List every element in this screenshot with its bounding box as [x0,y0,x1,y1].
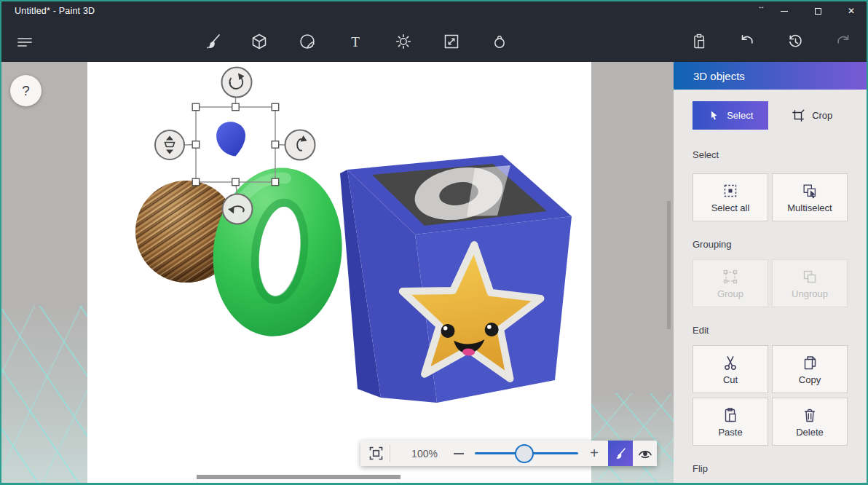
paste-label: Paste [718,427,742,438]
zoom-in-button[interactable]: + [587,446,601,461]
select-all-icon [722,182,739,200]
sun-icon [394,32,413,51]
horizontal-scrollbar[interactable] [197,475,401,479]
mode-row: Select Crop [693,101,849,130]
zoom-toolbar: 100% + [360,441,657,466]
push-depth-handle[interactable] [155,130,184,159]
select-mode-label: Select [727,110,753,121]
minus-icon [454,453,464,454]
side-panel: 3D objects Select Crop [674,62,868,485]
brush-icon [613,446,628,461]
crop-mode-label: Crop [812,110,832,121]
crop-icon [791,109,805,123]
maximize-icon [815,8,821,15]
paste-button[interactable] [687,29,711,54]
delete-label: Delete [796,427,824,438]
rotate-x-handle[interactable] [223,194,253,224]
3d-shapes-tool-button[interactable] [247,29,272,54]
vertical-scrollbar[interactable] [667,201,671,329]
paste-button-panel[interactable]: Paste [693,398,768,446]
rotate-y-handle[interactable] [285,130,315,160]
zoom-slider-thumb[interactable] [515,444,534,463]
copy-button[interactable]: Copy [772,345,848,393]
divider [390,445,390,462]
close-button[interactable]: ✕ [835,0,868,22]
3d-library-icon [490,32,509,51]
brush-icon [204,32,223,51]
view-mode-toggle[interactable] [633,441,657,466]
scissors-icon [722,354,739,371]
window-title: Untitled* - Paint 3D [15,6,95,16]
zoom-level-readout: 100% [408,448,441,460]
section-label-select: Select [693,149,849,160]
trash-icon [801,406,818,424]
ungroup-button[interactable]: Ungroup [772,259,848,307]
cursor-icon [708,109,720,122]
section-label-edit: Edit [693,325,849,336]
section-label-grouping: Grouping [693,239,849,250]
multiselect-label: Multiselect [787,202,832,213]
green-torus-object[interactable] [204,160,352,344]
select-button-grid: Select all Multiselect [693,173,849,221]
help-label: ? [22,83,30,99]
select-mode-button[interactable]: Select [693,101,768,130]
menu-button[interactable] [12,29,37,54]
redo-icon [834,32,853,51]
multiselect-button[interactable]: Multiselect [772,173,848,221]
eye-icon [637,446,653,462]
menu-icon [15,32,34,51]
ungroup-label: Ungroup [792,288,828,299]
fit-to-view-button[interactable] [366,443,386,464]
copy-label: Copy [799,374,821,385]
text-icon: T [346,32,365,51]
zoom-slider[interactable] [475,444,578,463]
blue-blob-object[interactable] [216,122,245,156]
3d-library-button[interactable] [487,29,512,54]
3d-scene [0,62,674,485]
svg-text:T: T [351,34,360,50]
select-all-button[interactable]: Select all [693,173,768,221]
brush-tool-button[interactable] [201,29,226,54]
group-icon [722,268,739,285]
effects-tool-button[interactable] [391,29,416,54]
cut-button[interactable]: Cut [693,345,768,393]
ungroup-icon [801,268,818,285]
select-all-label: Select all [711,202,750,213]
app-chrome: Untitled* - Paint 3D ↔ ✕ [0,0,868,62]
cube-icon [250,32,269,51]
history-button[interactable] [783,29,808,54]
copy-icon [801,354,818,371]
expand-canvas-icon [442,32,461,51]
maximize-button[interactable] [801,0,835,22]
group-button[interactable]: Group [693,259,768,307]
grouping-button-grid: Group Ungroup [693,259,849,307]
mouse-resize-cursor: ↔ [757,1,765,10]
minimize-icon [781,11,788,12]
blue-cube-object[interactable] [340,155,572,403]
rotate-z-handle[interactable] [222,68,252,98]
paint-mode-toggle[interactable] [608,441,633,466]
edit-button-grid: Cut Copy [693,345,849,446]
panel-title: 3D objects [693,70,745,82]
canvas-tool-button[interactable] [439,29,464,54]
history-icon [786,32,805,51]
undo-button[interactable] [735,29,760,54]
text-tool-button[interactable]: T [343,29,368,54]
minimize-button[interactable] [768,0,801,22]
stickers-tool-button[interactable] [295,29,320,54]
workspace: ? 100% + [0,62,674,485]
close-icon: ✕ [848,7,855,15]
help-button[interactable]: ? [10,75,42,106]
redo-button[interactable] [831,29,856,54]
crop-mode-button[interactable]: Crop [774,101,849,130]
zoom-out-button[interactable] [451,446,466,461]
fit-to-view-icon [368,446,384,461]
cut-label: Cut [723,374,738,385]
multiselect-icon [801,182,818,200]
paint3d-window: Untitled* - Paint 3D ↔ ✕ [0,0,868,485]
paste-icon [722,406,739,424]
clipboard-icon [690,32,709,51]
sticker-icon [298,32,317,51]
delete-button[interactable]: Delete [772,398,848,446]
group-label: Group [717,288,743,299]
